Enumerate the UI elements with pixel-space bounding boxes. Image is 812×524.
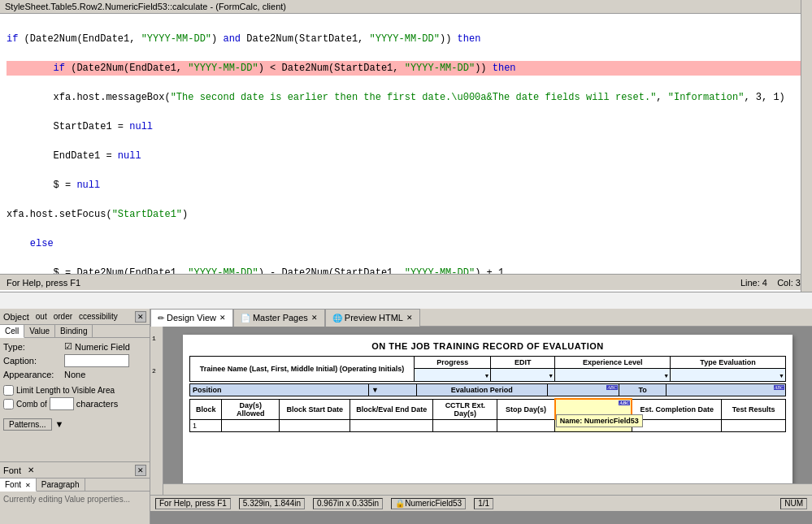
cctlr-col: CCTLR Ext. Day(s) [433,399,497,419]
code-line: StartDate1 = null [7,119,805,134]
font-panel: Font ✕ ✕ Font ✕ Paragraph Currently edit… [0,461,150,522]
col-edit: EDIT [491,357,555,369]
master-pages-label: Master Pages [253,313,308,323]
editor-status-bar: For Help, press F1 Line: 4 Col: 38 [0,274,812,290]
design-view: ✏ Design View ✕ 📄 Master Pages ✕ 🌐 Previ… [150,309,812,524]
edit-dropdown-arrow[interactable]: ▼ [548,372,554,378]
progress-input-cell[interactable]: ▼ [414,369,491,382]
to-cell[interactable]: ABC [667,384,786,396]
editor-line-col: Line: 4 Col: 38 [740,278,805,288]
editor-scrollbar[interactable] [801,0,812,292]
experience-input-cell[interactable]: ▼ [555,369,671,382]
design-canvas-container: 0 1 2 3 4 5 6 7 8 1 2 ON THE JOB TRAININ… [150,327,812,511]
days-allowed-col: Day(s) Allowed [222,399,280,419]
design-canvas[interactable]: ON THE JOB TRAINING RECORD OF EVALUATION… [163,327,812,495]
master-pages-icon: 📄 [241,314,250,323]
block-start-data-cell[interactable] [280,419,350,432]
font-panel-close[interactable]: ✕ [28,466,34,474]
paragraph-tab[interactable]: Paragraph [37,479,85,491]
design-view-label: Design View [167,313,216,323]
type-label: Type: [3,342,64,352]
object-panel-title: Object [3,312,29,322]
code-line: xfa.host.messageBox("The second date is … [7,90,805,105]
ruler-left: 1 2 [150,327,163,511]
design-status-bar: For Help, press F1 5.329in, 1.844in 0.96… [150,495,812,511]
design-page: 1/1 [474,498,493,509]
design-position: 5.329in, 1.844in [239,498,305,509]
patterns-button[interactable]: Patterns... [3,418,52,431]
design-scrollbar-h[interactable] [163,483,812,495]
table-row: 1 [190,419,786,432]
code-line: $ = Date2Num(EndDate1, "YYYY-MM-DD") - D… [7,266,805,274]
cctlr-data-cell[interactable] [433,419,497,432]
code-line [7,222,805,236]
est-completion-data-cell[interactable] [632,419,721,432]
period-row: Position ▼ Evaluation Period ABC To ABC [190,384,786,396]
code-line [7,134,805,149]
block-eval-data-cell[interactable] [350,419,433,432]
object-subtab-cell[interactable]: Cell [0,325,24,338]
appearance-row: Appearance: None [3,370,146,379]
type-eval-input-cell[interactable]: ▼ [671,369,786,382]
test-results-col: Test Results [722,399,786,419]
edit-input-cell[interactable]: ▼ [491,369,555,382]
stop-days-data-cell[interactable] [497,419,555,432]
position-dropdown-arrow[interactable]: ▼ [371,386,379,394]
tab-preview-html[interactable]: 🌐 Preview HTML ✕ [325,309,420,327]
design-help-text: For Help, press F1 [155,498,231,509]
to-abc-icon: ABC [774,385,784,390]
type-checkbox-icon: ☑ [64,341,72,352]
block-num-cell: 1 [190,419,222,432]
object-panel-close[interactable]: ✕ [135,311,146,323]
stop-days-col: Stop Day(s) [497,399,555,419]
limit-length-label: Limit Length to Visible Area [16,386,115,395]
code-line [7,17,805,32]
limit-length-checkbox[interactable] [3,385,14,396]
eval-period-header: Evaluation Period [416,384,547,396]
font-panel-tabs: Font ✕ Paragraph [0,479,150,492]
code-content[interactable]: if (Date2Num(EndDate1, "YYYY-MM-DD") and… [0,14,812,274]
comb-input[interactable] [50,397,74,410]
appearance-value: None [64,370,85,379]
caption-input[interactable] [64,354,129,367]
block-start-col: Block Start Date [280,399,350,419]
object-subtab-value[interactable]: Value [24,325,55,337]
numeric-field-tooltip: Name: NumericField53 [556,414,643,427]
font-panel-close-btn[interactable]: ✕ [135,465,146,476]
position-dropdown-cell[interactable]: ▼ [368,384,416,396]
master-pages-close[interactable]: ✕ [311,314,318,322]
comb-checkbox[interactable] [3,399,14,409]
code-editor: StyleSheet.Table5.Row2.NumericField53::c… [0,0,812,292]
tab-design-view[interactable]: ✏ Design View ✕ [150,309,233,327]
object-panel-tab-order[interactable]: order [54,312,72,321]
font-tab[interactable]: Font ✕ [0,479,37,492]
test-results-data-cell[interactable] [722,419,786,432]
form-title: ON THE JOB TRAINING RECORD OF EVALUATION [189,341,786,351]
preview-html-icon: 🌐 [332,314,342,323]
comb-row: Comb of characters [3,397,146,410]
highlighted-col[interactable]: Name: NumericField53 ABC [555,399,632,419]
experience-dropdown-arrow[interactable]: ▼ [663,372,669,378]
code-line [7,46,805,61]
patterns-dropdown[interactable]: ▼ [55,419,64,429]
days-allowed-data-cell[interactable] [222,419,280,432]
type-value: Numeric Field [75,342,130,352]
code-line [7,163,805,178]
form-header-table: Trainee Name (Last, First, Middle Initia… [189,356,786,382]
type-eval-dropdown-arrow[interactable]: ▼ [779,372,784,378]
code-line: $ = null [7,178,805,193]
object-subtab-binding[interactable]: Binding [55,325,93,337]
progress-dropdown-arrow[interactable]: ▼ [484,372,489,378]
type-row: Type: ☑ Numeric Field [3,341,146,352]
preview-html-close[interactable]: ✕ [406,314,413,322]
object-panel-tab-accessibility[interactable]: ccessibility [79,312,118,321]
block-header-row: Block Day(s) Allowed Block Start Date Bl… [190,399,786,419]
design-view-icon: ✏ [158,314,164,323]
eval-period-cell[interactable]: ABC [547,384,619,396]
tab-master-pages[interactable]: 📄 Master Pages ✕ [233,309,325,327]
object-panel-tab-out[interactable]: out [36,312,47,321]
object-panel-title-bar: Object out order ccessibility ✕ [0,309,150,325]
design-view-close[interactable]: ✕ [219,314,226,322]
limit-length-row: Limit Length to Visible Area [3,385,146,396]
code-line: xfa.host.setFocus("StartDate1") [7,207,805,222]
